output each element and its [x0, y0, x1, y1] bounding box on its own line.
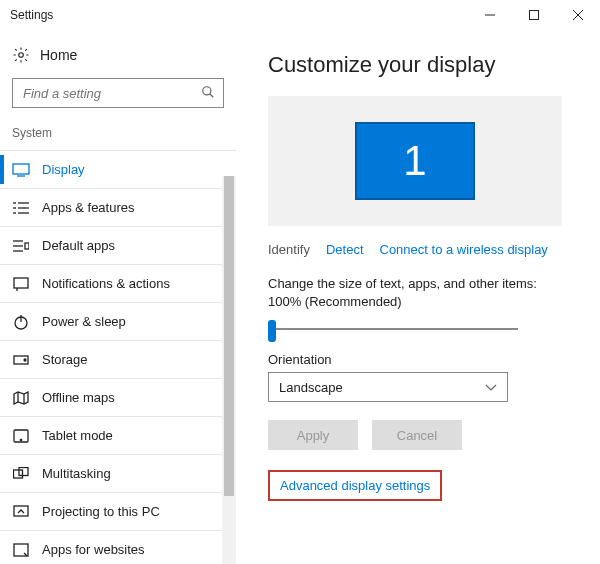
- sidebar-item-apps-features[interactable]: Apps & features: [0, 188, 236, 226]
- home-label: Home: [40, 47, 77, 63]
- sidebar-item-storage[interactable]: Storage: [0, 340, 236, 378]
- search-icon: [201, 85, 215, 102]
- display-icon: [12, 161, 30, 179]
- gear-icon: [12, 46, 30, 64]
- sidebar-item-label: Notifications & actions: [42, 276, 170, 291]
- category-label: System: [0, 122, 236, 150]
- close-button[interactable]: [556, 0, 600, 30]
- slider-thumb[interactable]: [268, 320, 276, 342]
- sidebar-item-label: Power & sleep: [42, 314, 126, 329]
- svg-point-23: [24, 359, 26, 361]
- chevron-down-icon: [485, 380, 497, 395]
- power-icon: [12, 313, 30, 331]
- maximize-button[interactable]: [512, 0, 556, 30]
- sidebar: Home System Display Apps & features Defa…: [0, 30, 236, 564]
- sidebar-item-notifications[interactable]: Notifications & actions: [0, 264, 236, 302]
- storage-icon: [12, 351, 30, 369]
- svg-rect-7: [13, 164, 29, 174]
- default-apps-icon: [12, 237, 30, 255]
- sidebar-item-apps-websites[interactable]: Apps for websites: [0, 530, 236, 564]
- orientation-label: Orientation: [268, 352, 582, 367]
- display-arrangement-panel[interactable]: 1: [268, 96, 562, 226]
- orientation-select[interactable]: Landscape: [268, 372, 508, 402]
- advanced-display-settings-link[interactable]: Advanced display settings: [268, 470, 442, 501]
- window-title: Settings: [10, 8, 53, 22]
- list-icon: [12, 199, 30, 217]
- svg-point-27: [20, 439, 21, 440]
- home-button[interactable]: Home: [0, 40, 236, 78]
- sidebar-scrollbar[interactable]: [222, 176, 236, 564]
- sidebar-item-label: Offline maps: [42, 390, 115, 405]
- sidebar-item-label: Tablet mode: [42, 428, 113, 443]
- sidebar-item-offline-maps[interactable]: Offline maps: [0, 378, 236, 416]
- svg-point-5: [203, 86, 211, 94]
- connect-wireless-link[interactable]: Connect to a wireless display: [380, 242, 548, 257]
- notifications-icon: [12, 275, 30, 293]
- sidebar-item-label: Apps for websites: [42, 542, 145, 557]
- apply-cancel-row: Apply Cancel: [268, 420, 582, 450]
- sidebar-item-tablet-mode[interactable]: Tablet mode: [0, 416, 236, 454]
- window-controls: [468, 0, 600, 30]
- svg-line-6: [210, 93, 214, 97]
- monitor-number: 1: [403, 137, 426, 185]
- minimize-button[interactable]: [468, 0, 512, 30]
- orientation-value: Landscape: [279, 380, 343, 395]
- slider-track: [268, 328, 518, 330]
- sidebar-item-label: Apps & features: [42, 200, 135, 215]
- apps-websites-icon: [12, 541, 30, 559]
- sidebar-item-label: Display: [42, 162, 85, 177]
- sidebar-item-multitasking[interactable]: Multitasking: [0, 454, 236, 492]
- page-title: Customize your display: [268, 52, 582, 78]
- svg-rect-18: [25, 243, 29, 249]
- monitor-1[interactable]: 1: [355, 122, 475, 200]
- scrollbar-thumb[interactable]: [224, 176, 234, 496]
- svg-rect-19: [14, 278, 28, 288]
- svg-rect-29: [19, 467, 28, 475]
- projecting-icon: [12, 503, 30, 521]
- sidebar-item-display[interactable]: Display: [0, 150, 236, 188]
- titlebar: Settings: [0, 0, 600, 30]
- scale-label: Change the size of text, apps, and other…: [268, 275, 562, 310]
- main-panel: Customize your display 1 Identify Detect…: [236, 30, 600, 564]
- sidebar-item-label: Storage: [42, 352, 88, 367]
- sidebar-item-power-sleep[interactable]: Power & sleep: [0, 302, 236, 340]
- advanced-link-label: Advanced display settings: [280, 478, 430, 493]
- identify-link[interactable]: Identify: [268, 242, 310, 257]
- svg-rect-28: [14, 470, 23, 478]
- svg-rect-30: [14, 506, 28, 516]
- search-input[interactable]: [12, 78, 224, 108]
- map-icon: [12, 389, 30, 407]
- display-actions-row: Identify Detect Connect to a wireless di…: [268, 242, 582, 257]
- apply-button[interactable]: Apply: [268, 420, 358, 450]
- cancel-button[interactable]: Cancel: [372, 420, 462, 450]
- search-field[interactable]: [21, 85, 191, 102]
- svg-point-4: [19, 53, 24, 58]
- sidebar-item-label: Multitasking: [42, 466, 111, 481]
- svg-rect-1: [530, 11, 539, 20]
- detect-link[interactable]: Detect: [326, 242, 364, 257]
- multitasking-icon: [12, 465, 30, 483]
- tablet-icon: [12, 427, 30, 445]
- sidebar-item-label: Projecting to this PC: [42, 504, 160, 519]
- sidebar-item-projecting[interactable]: Projecting to this PC: [0, 492, 236, 530]
- sidebar-item-label: Default apps: [42, 238, 115, 253]
- scale-slider[interactable]: [268, 320, 518, 338]
- sidebar-item-default-apps[interactable]: Default apps: [0, 226, 236, 264]
